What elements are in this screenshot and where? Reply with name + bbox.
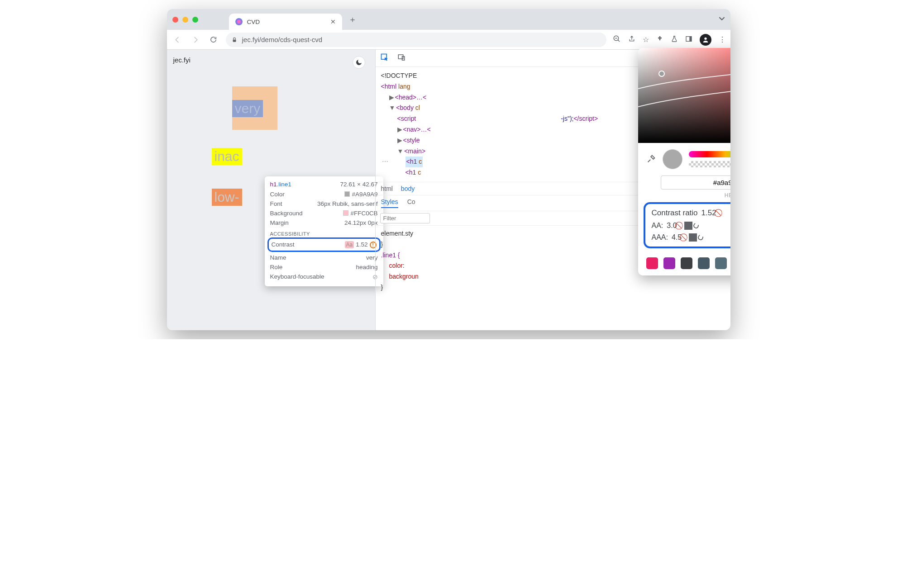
bookmark-icon[interactable]: ☆	[643, 35, 649, 44]
toolbar-right: ☆ ⋮	[613, 34, 726, 46]
tooltip-color-value: #A9A9A9	[352, 191, 377, 198]
profile-avatar[interactable]	[700, 34, 711, 46]
tooltip-contrast-highlight: Contrast Aa1.52!	[267, 237, 381, 252]
color-picker-popover: ▲▼ HEX Contrast ratio 1.52 ⃠ AA:3.0⃠ AAA…	[638, 48, 730, 275]
aaa-row: AAA:4.5⃠	[652, 233, 704, 242]
hex-label: HEX	[638, 192, 730, 199]
zoom-window-icon[interactable]	[192, 17, 198, 23]
devtools-panel: ⋮ ✕ <!DOCTYPE <html lang ▶<head>…< ▼<bod…	[375, 50, 730, 330]
demo-text-3: low-	[212, 189, 242, 206]
styles-filter-input[interactable]	[380, 213, 430, 223]
inspect-tooltip: h1.line1 72.61 × 42.67 Color#A9A9A9 Font…	[265, 176, 383, 286]
svg-point-4	[704, 37, 706, 39]
refresh-icon	[692, 222, 700, 229]
moon-icon	[355, 59, 363, 66]
aa-swatch-icon	[684, 222, 692, 230]
tooltip-role-value: heading	[356, 264, 377, 270]
close-window-icon[interactable]	[172, 17, 178, 23]
tab-title: CVD	[247, 19, 260, 25]
browser-tab[interactable]: CVD ✕	[229, 14, 342, 30]
palette-swatch[interactable]	[681, 257, 692, 269]
browser-window: CVD ✕ ＋ jec.fyi/demo/cds-quest-cvd ☆ ⋮	[167, 9, 730, 330]
eyedropper-icon[interactable]	[646, 154, 656, 165]
tooltip-name-label: Name	[270, 254, 286, 261]
crumb-body[interactable]: body	[401, 185, 415, 192]
tooltip-contrast-label: Contrast	[272, 241, 295, 248]
aaa-swatch-icon	[689, 233, 697, 242]
tooltip-font-value: 36px Rubik, sans-serif	[317, 200, 378, 207]
new-tab-button[interactable]: ＋	[346, 13, 359, 26]
address-bar[interactable]: jec.fyi/demo/cds-quest-cvd	[226, 33, 606, 47]
tab-computed[interactable]: Co	[407, 198, 415, 208]
page-title: jec.fyi	[173, 56, 369, 64]
demo-block-1: very	[232, 86, 277, 130]
back-button[interactable]	[172, 34, 183, 46]
minimize-window-icon[interactable]	[182, 17, 188, 23]
crumb-html[interactable]: html	[381, 185, 393, 192]
palette-swatch[interactable]	[698, 257, 710, 269]
aa-row: AA:3.0⃠	[652, 221, 704, 230]
tooltip-contrast-value: 1.52	[356, 241, 367, 248]
labs-icon[interactable]	[671, 35, 678, 44]
tooltip-color-label: Color	[270, 191, 285, 198]
share-icon[interactable]	[628, 35, 635, 44]
contrast-value: 1.52	[701, 209, 716, 218]
palette-swatch[interactable]	[646, 257, 658, 269]
window-controls	[172, 17, 198, 23]
zoom-out-icon[interactable]	[613, 35, 621, 45]
forward-button[interactable]	[190, 34, 201, 46]
svg-rect-0	[233, 39, 236, 42]
rendered-page: jec.fyi very inac low- h1.line1 72.61 × …	[167, 50, 375, 330]
favicon-icon	[235, 18, 243, 25]
hue-slider[interactable]	[689, 151, 730, 157]
contrast-curve-icon	[638, 48, 730, 143]
refresh-icon	[697, 234, 704, 241]
alpha-slider[interactable]	[689, 161, 730, 167]
tooltip-kf-label: Keyboard-focusable	[270, 273, 324, 280]
tab-styles[interactable]: Styles	[381, 198, 398, 208]
device-toolbar-icon[interactable]	[397, 53, 406, 63]
content-area: jec.fyi very inac low- h1.line1 72.61 × …	[167, 50, 730, 330]
color-palette: ▲▼	[638, 253, 730, 275]
reload-button[interactable]	[208, 34, 219, 46]
demo-text-2: inac	[212, 148, 242, 165]
color-handle[interactable]	[658, 71, 665, 77]
tab-strip: CVD ✕ ＋	[167, 9, 730, 30]
tooltip-dimensions: 72.61 × 42.67	[340, 181, 378, 188]
menu-icon[interactable]: ⋮	[719, 35, 726, 44]
toolbar: jec.fyi/demo/cds-quest-cvd ☆ ⋮	[167, 30, 730, 50]
contrast-label: Contrast ratio	[652, 209, 698, 218]
tooltip-font-label: Font	[270, 200, 282, 207]
tooltip-a11y-header: ACCESSIBILITY	[270, 231, 378, 237]
lock-icon	[231, 37, 238, 43]
tab-overflow-icon[interactable]	[719, 15, 725, 24]
extensions-icon[interactable]	[656, 35, 663, 44]
close-tab-icon[interactable]: ✕	[330, 18, 336, 25]
tooltip-selector: h1.line1	[270, 181, 291, 188]
side-panel-icon[interactable]	[685, 35, 692, 44]
aa-badge: Aa	[345, 241, 354, 248]
palette-swatch[interactable]	[715, 257, 727, 269]
url-text: jec.fyi/demo/cds-quest-cvd	[242, 36, 323, 43]
current-color-swatch	[663, 149, 682, 169]
saturation-value-field[interactable]	[638, 48, 730, 143]
tooltip-bg-label: Background	[270, 210, 303, 217]
palette-swatch[interactable]	[663, 257, 675, 269]
svg-rect-3	[689, 36, 692, 41]
inspect-element-icon[interactable]	[380, 53, 389, 63]
demo-text-1: very	[232, 100, 263, 117]
tooltip-margin-label: Margin	[270, 219, 289, 226]
contrast-section-highlight: Contrast ratio 1.52 ⃠ AA:3.0⃠ AAA:4.5⃠ A…	[644, 202, 730, 248]
dark-mode-toggle[interactable]	[353, 56, 365, 69]
tooltip-margin-value: 24.12px 0px	[344, 219, 378, 226]
hex-input[interactable]	[661, 175, 730, 190]
tooltip-bg-value: #FFC0CB	[350, 210, 377, 217]
tooltip-role-label: Role	[270, 264, 283, 270]
code-brace-2: }	[381, 282, 725, 293]
